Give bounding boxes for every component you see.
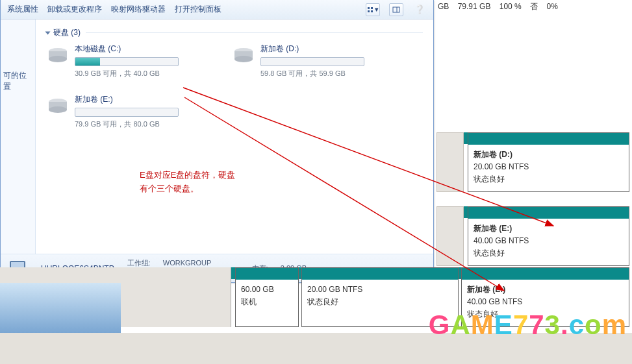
section-title: 硬盘 (3) — [53, 27, 81, 38]
explorer-toolbar: 系统属性 卸载或更改程序 映射网络驱动器 打开控制面板 ▾ ❔ — [1, 0, 433, 19]
toolbar-map-drive[interactable]: 映射网络驱动器 — [111, 4, 166, 15]
disk-status: 联机 — [241, 296, 293, 308]
partition-status: 状态良好 — [474, 173, 624, 186]
partition-size: 40.00 GB NTFS — [474, 235, 624, 247]
view-options-button[interactable]: ▾ — [366, 3, 380, 16]
svg-rect-2 — [368, 10, 370, 12]
drive-e[interactable]: 新加卷 (E:) 79.9 GB 可用，共 80.0 GB — [46, 94, 209, 129]
nav-location-hint: 可的位置 — [3, 70, 32, 92]
svg-rect-0 — [368, 7, 370, 9]
svg-rect-1 — [371, 7, 373, 9]
partition-size: 40.00 GB NTFS — [467, 296, 624, 308]
hard-drive-icon — [232, 46, 255, 66]
dm-partition-d[interactable]: 新加卷 (D:) 20.00 GB NTFS 状态良好 — [468, 132, 629, 192]
explorer-sidebar: 可的位置 — [1, 19, 36, 254]
toolbar-uninstall[interactable]: 卸载或更改程序 — [47, 4, 102, 15]
window-bottom-region — [0, 333, 632, 364]
partition-status: 状态良好 — [307, 296, 453, 308]
partition-title: 新加卷 (E:) — [474, 223, 624, 235]
usage-bar — [260, 57, 364, 66]
preview-icon — [392, 6, 400, 13]
dm-disk-band: 新加卷 (D:) 20.00 GB NTFS 状态良好 — [436, 132, 629, 192]
dm-partition[interactable]: 20.00 GB NTFS 状态良好 — [301, 267, 459, 327]
partition-size: 20.00 GB NTFS — [474, 161, 624, 173]
explorer-content: 硬盘 (3) 本地磁盘 (C:) 30.9 GB 可用，共 40.0 GB — [36, 19, 433, 254]
partition-title: 新加卷 (E:) — [467, 284, 624, 296]
usage-bar — [75, 57, 179, 66]
usage-bar — [75, 108, 179, 117]
drive-free-text: 59.8 GB 可用，共 59.9 GB — [260, 69, 394, 79]
help-button[interactable]: ❔ — [412, 3, 427, 16]
explorer-window: 系统属性 卸载或更改程序 映射网络驱动器 打开控制面板 ▾ ❔ 可的位置 硬盘 … — [0, 0, 434, 283]
svg-rect-3 — [371, 10, 373, 12]
dm-volume-row: GB 79.91 GB 100 % 否 0% — [438, 1, 564, 12]
view-icon — [367, 6, 375, 13]
drive-c[interactable]: 本地磁盘 (C:) 30.9 GB 可用，共 40.0 GB — [46, 43, 209, 79]
dm-partition-e[interactable]: 新加卷 (E:) 40.00 GB NTFS 状态良好 — [468, 206, 629, 266]
section-header-drives[interactable]: 硬盘 (3) — [46, 27, 423, 38]
toolbar-system-properties[interactable]: 系统属性 — [7, 4, 38, 15]
expand-icon — [45, 31, 51, 34]
workgroup-value: WORKGROUP — [163, 259, 212, 267]
partition-status: 状态良好 — [467, 308, 624, 321]
drive-name: 新加卷 (E:) — [75, 94, 209, 105]
drive-free-text: 30.9 GB 可用，共 40.0 GB — [75, 69, 209, 79]
toolbar-open-control-panel[interactable]: 打开控制面板 — [175, 4, 221, 15]
dm-partition[interactable]: 新加卷 (E:) 40.00 GB NTFS 状态良好 — [461, 267, 629, 327]
drive-d[interactable]: 新加卷 (D:) 59.8 GB 可用，共 59.9 GB — [232, 43, 394, 79]
dm-disk-header-cell: 60.00 GB 联机 — [235, 267, 299, 327]
svg-point-11 — [234, 56, 253, 62]
partition-status: 状态良好 — [474, 247, 624, 260]
annotation-text: E盘对应E盘的盘符，硬盘 有个三个硬盘。 — [140, 169, 235, 196]
preview-pane-button[interactable] — [389, 3, 403, 16]
svg-point-8 — [49, 56, 67, 62]
desktop-solid-region — [0, 283, 121, 333]
hard-drive-icon — [46, 46, 70, 66]
drive-free-text: 79.9 GB 可用，共 80.0 GB — [75, 119, 209, 129]
hard-drive-icon — [46, 97, 70, 116]
svg-rect-4 — [393, 7, 399, 12]
disk-size: 60.00 GB — [241, 284, 293, 296]
drive-name: 新加卷 (D:) — [260, 43, 394, 55]
partition-size: 20.00 GB NTFS — [307, 284, 453, 296]
dm-disk-band: 新加卷 (E:) 40.00 GB NTFS 状态良好 — [436, 206, 629, 266]
svg-point-14 — [49, 106, 67, 113]
drive-name: 本地磁盘 (C:) — [75, 43, 209, 55]
help-icon: ❔ — [414, 5, 425, 14]
partition-title: 新加卷 (D:) — [474, 149, 624, 161]
